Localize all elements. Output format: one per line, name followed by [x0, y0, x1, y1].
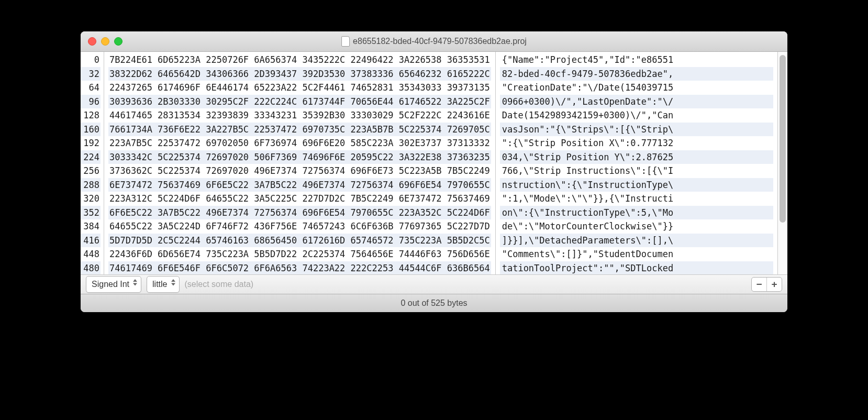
inspector-placeholder: (select some data) [185, 280, 254, 289]
offset-label: 288 [81, 178, 101, 192]
offset-label: 128 [81, 108, 101, 123]
offset-label: 448 [81, 247, 101, 261]
offset-label: 32 [81, 67, 101, 81]
hex-row[interactable]: 22436F6D 6D656E74 735C223A 5B5D7D22 2C22… [108, 247, 491, 261]
hex-row[interactable]: 30393636 2B303330 30295C2F 222C224C 6173… [108, 95, 491, 109]
offset-label: 480 [81, 261, 101, 275]
hex-row[interactable]: 22437265 6174696F 6E446174 65223A22 5C2F… [108, 81, 491, 95]
status-text: 0 out of 525 bytes [400, 299, 467, 308]
ascii-row[interactable]: "Comments\":[]}","StudentDocumen [500, 247, 773, 261]
close-icon[interactable] [88, 37, 96, 46]
datatype-value: Signed Int [92, 280, 129, 289]
ascii-row[interactable]: {"Name":"Project45","Id":"e86551 [500, 53, 773, 67]
hex-row[interactable]: 44617465 28313534 32393839 33343231 3539… [108, 108, 491, 123]
hex-row[interactable]: 223A7B5C 22537472 69702050 6F736974 696F… [108, 136, 491, 150]
inspector-bar: Signed Int little (select some data) − + [81, 274, 787, 294]
offset-label: 0 [81, 53, 101, 67]
file-icon [341, 36, 350, 47]
ascii-row[interactable]: 766,\"Strip Instructions\":[{\"I [500, 164, 773, 178]
hex-row[interactable]: 3033342C 5C225374 72697020 506F7369 7469… [108, 150, 491, 164]
hex-row[interactable]: 6E737472 75637469 6F6E5C22 3A7B5C22 496E… [108, 178, 491, 192]
offset-label: 160 [81, 123, 101, 137]
hex-row[interactable]: 7661734A 736F6E22 3A227B5C 22537472 6970… [108, 123, 491, 137]
hex-pane[interactable]: 7B224E61 6D65223A 2250726F 6A656374 3435… [104, 52, 495, 274]
ascii-row[interactable]: on\":{\"InstructionType\":5,\"Mo [500, 206, 773, 220]
ascii-row[interactable]: ]}}],\"DetachedParameters\":[],\ [500, 234, 773, 248]
offset-label: 64 [81, 81, 101, 95]
content-area: 0326496128160192224256288320352384416448… [81, 52, 787, 274]
zoom-out-button[interactable]: − [752, 278, 766, 291]
offset-label: 352 [81, 206, 101, 220]
hex-row[interactable]: 38322D62 6465642D 34306366 2D393437 392D… [108, 67, 491, 81]
status-bar: 0 out of 525 bytes [81, 294, 787, 312]
traffic-lights [88, 37, 123, 46]
window-title: e8655182-bded-40cf-9479-507836edb2ae.pro… [341, 36, 527, 47]
ascii-row[interactable]: 0966+0300)\/","LastOpenDate":"\/ [500, 95, 773, 109]
title-text: e8655182-bded-40cf-9479-507836edb2ae.pro… [353, 37, 527, 46]
ascii-pane[interactable]: {"Name":"Project45","Id":"e8655182-bded-… [495, 52, 777, 274]
offset-label: 256 [81, 164, 101, 178]
ascii-row[interactable]: vasJson":"{\"Strips\":[{\"Strip\ [500, 123, 773, 137]
ascii-row[interactable]: 82-bded-40cf-9479-507836edb2ae", [500, 67, 773, 81]
hex-row[interactable]: 74617469 6F6E546F 6F6C5072 6F6A6563 7422… [108, 261, 491, 275]
offset-label: 96 [81, 95, 101, 109]
ascii-row[interactable]: 034,\"Strip Position Y\":2.87625 [500, 150, 773, 164]
offset-label: 320 [81, 192, 101, 206]
hex-row[interactable]: 5D7D7D5D 2C5C2244 65746163 68656450 6172… [108, 234, 491, 248]
hex-row[interactable]: 64655C22 3A5C224D 6F746F72 436F756E 7465… [108, 219, 491, 234]
endian-value: little [152, 280, 167, 289]
minimize-icon[interactable] [101, 37, 109, 46]
hex-row[interactable]: 223A312C 5C224D6F 64655C22 3A5C225C 227D… [108, 192, 491, 206]
hex-row[interactable]: 6F6E5C22 3A7B5C22 496E7374 72756374 696F… [108, 206, 491, 220]
offset-column: 0326496128160192224256288320352384416448… [81, 52, 104, 274]
ascii-row[interactable]: "CreationDate":"\/Date(154039715 [500, 81, 773, 95]
zoom-icon[interactable] [114, 37, 123, 46]
hex-row[interactable]: 3736362C 5C225374 72697020 496E7374 7275… [108, 164, 491, 178]
ascii-row[interactable]: tationToolProject":"","SDTLocked [500, 261, 773, 275]
offset-label: 416 [81, 234, 101, 248]
ascii-row[interactable]: nstruction\":{\"InstructionType\ [500, 178, 773, 192]
hex-row[interactable]: 7B224E61 6D65223A 2250726F 6A656374 3435… [108, 53, 491, 67]
ascii-row[interactable]: Date(1542989342159+0300)\/","Can [500, 108, 773, 123]
titlebar[interactable]: e8655182-bded-40cf-9479-507836edb2ae.pro… [81, 31, 787, 52]
datatype-select[interactable]: Signed Int [86, 276, 141, 293]
hex-editor-window: e8655182-bded-40cf-9479-507836edb2ae.pro… [81, 31, 787, 312]
scrollbar-thumb[interactable] [780, 55, 786, 223]
zoom-segment: − + [751, 277, 782, 292]
endian-select[interactable]: little [147, 276, 179, 293]
offset-label: 384 [81, 219, 101, 234]
ascii-row[interactable]: de\":\"MotorCounterClockwise\"}} [500, 219, 773, 234]
offset-label: 224 [81, 150, 101, 164]
offset-label: 192 [81, 136, 101, 150]
vertical-scrollbar[interactable] [777, 52, 787, 274]
ascii-row[interactable]: ":1,\"Mode\":\"\"}},{\"Instructi [500, 192, 773, 206]
zoom-in-button[interactable]: + [766, 278, 782, 291]
ascii-row[interactable]: ":{\"Strip Position X\":0.777132 [500, 136, 773, 150]
